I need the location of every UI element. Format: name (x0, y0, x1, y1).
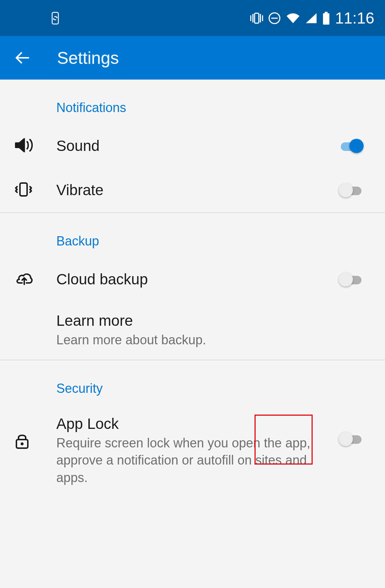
svg-rect-2 (252, 14, 253, 22)
section-header-security: Security (0, 360, 385, 405)
sound-toggle[interactable] (339, 139, 364, 153)
cloud-upload-icon (14, 271, 34, 288)
setting-app-lock-subtitle: Require screen lock when you open the ap… (56, 435, 332, 487)
app-lock-toggle[interactable] (339, 432, 364, 446)
svg-rect-5 (262, 15, 263, 21)
status-bar: 11:16 (0, 0, 385, 36)
svg-rect-0 (52, 12, 58, 24)
wifi-icon (286, 12, 300, 24)
sound-icon (14, 137, 34, 155)
setting-vibrate[interactable]: Vibrate (0, 168, 385, 212)
lock-icon (14, 432, 30, 451)
setting-learn-more-label: Learn more (56, 312, 371, 329)
app-bar: Settings (0, 36, 385, 80)
section-header-backup: Backup (0, 213, 385, 257)
svg-rect-4 (260, 14, 261, 22)
svg-rect-1 (250, 15, 251, 21)
settings-content: Notifications Sound (0, 80, 385, 497)
setting-cloud-backup[interactable]: Cloud backup (0, 257, 385, 301)
vibrate-toggle[interactable] (339, 183, 364, 197)
battery-icon (322, 12, 330, 25)
svg-rect-11 (20, 183, 27, 196)
vibrate-icon (14, 181, 33, 199)
setting-cloud-backup-label: Cloud backup (56, 271, 332, 288)
vibrate-status-icon (250, 12, 263, 24)
setting-app-lock[interactable]: App Lock Require screen lock when you op… (0, 405, 385, 497)
dnd-icon (268, 12, 281, 25)
svg-rect-8 (325, 12, 328, 13)
svg-rect-9 (323, 13, 329, 25)
phone-sync-icon (50, 11, 61, 25)
section-header-notifications: Notifications (0, 80, 385, 124)
back-icon[interactable] (14, 50, 30, 66)
status-time: 11:16 (335, 9, 374, 27)
setting-learn-more-subtitle: Learn more about backup. (56, 331, 371, 349)
setting-app-lock-label: App Lock (56, 415, 332, 432)
setting-sound[interactable]: Sound (0, 124, 385, 168)
cloud-backup-toggle[interactable] (339, 272, 364, 287)
setting-sound-label: Sound (56, 137, 332, 154)
setting-learn-more[interactable]: Learn more Learn more about backup. (0, 301, 385, 360)
svg-rect-3 (255, 13, 259, 23)
page-title: Settings (57, 48, 119, 68)
svg-point-14 (21, 443, 23, 445)
cell-signal-icon (305, 12, 317, 24)
setting-vibrate-label: Vibrate (56, 182, 332, 199)
